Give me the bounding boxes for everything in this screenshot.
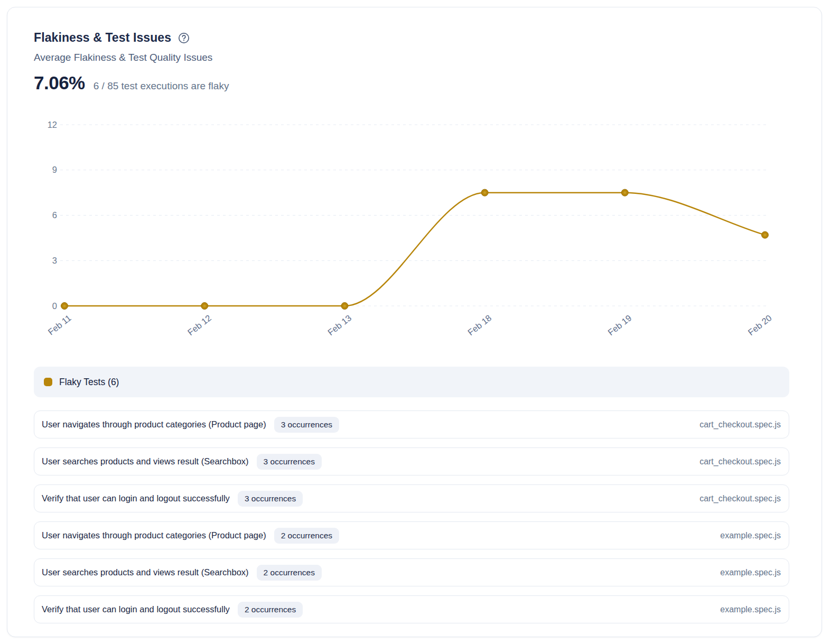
flakiness-card: Flakiness & Test Issues Average Flakines… (7, 7, 822, 637)
flaky-test-row[interactable]: User searches products and views result … (34, 447, 789, 475)
y-axis-tick-label: 0 (52, 301, 57, 311)
x-axis-tick-label: Feb 18 (466, 313, 493, 337)
x-axis-tick-label: Feb 19 (606, 313, 633, 337)
help-icon[interactable] (178, 32, 190, 44)
y-axis-tick-label: 9 (52, 165, 57, 174)
flaky-test-list: User navigates through product categorie… (34, 410, 789, 632)
data-point-center (63, 304, 66, 307)
card-subtitle: Average Flakiness & Test Quality Issues (34, 52, 229, 63)
y-axis-tick-label: 6 (52, 210, 57, 220)
x-axis-tick-label: Feb 13 (326, 313, 353, 337)
x-axis-tick-label: Feb 20 (746, 313, 773, 337)
flaky-test-row[interactable]: User navigates through product categorie… (34, 410, 789, 438)
occurrences-badge: 2 occurrences (238, 602, 303, 618)
test-name: User navigates through product categorie… (42, 419, 266, 430)
page-title: Flakiness & Test Issues (34, 31, 171, 45)
legend-bar[interactable]: Flaky Tests (6) (34, 367, 789, 397)
spec-file-name: cart_checkout.spec.js (699, 457, 781, 466)
flakiness-chart: 036912Feb 11Feb 12Feb 13Feb 18Feb 19Feb … (34, 108, 789, 356)
flaky-test-row[interactable]: Verify that user can login and logout su… (34, 484, 789, 512)
occurrences-badge: 2 occurrences (257, 565, 322, 581)
y-axis-tick-label: 3 (52, 256, 57, 265)
data-point-center (343, 304, 346, 307)
occurrences-badge: 2 occurrences (274, 528, 339, 544)
spec-file-name: cart_checkout.spec.js (699, 494, 781, 503)
x-axis-tick-label: Feb 11 (46, 313, 73, 337)
stat-caption: 6 / 85 test executions are flaky (94, 80, 229, 92)
card-header: Flakiness & Test Issues Average Flakines… (34, 31, 229, 94)
trend-line (64, 193, 765, 306)
spec-file-name: example.spec.js (720, 531, 781, 540)
data-point-center (763, 234, 766, 236)
y-axis-tick-label: 12 (48, 120, 57, 129)
legend-swatch-icon (44, 378, 52, 386)
flaky-test-row[interactable]: User searches products and views result … (34, 558, 789, 586)
test-name: User navigates through product categorie… (42, 530, 266, 540)
legend-label: Flaky Tests (6) (59, 377, 119, 388)
data-point-center (483, 191, 486, 194)
data-point-center (203, 304, 206, 307)
stat-value: 7.06% (34, 72, 85, 94)
occurrences-badge: 3 occurrences (238, 491, 303, 507)
spec-file-name: cart_checkout.spec.js (699, 420, 781, 430)
line-chart-svg: 036912Feb 11Feb 12Feb 13Feb 18Feb 19Feb … (34, 108, 789, 356)
flaky-test-row[interactable]: Verify that user can login and logout su… (34, 595, 789, 623)
spec-file-name: example.spec.js (720, 568, 781, 577)
test-name: Verify that user can login and logout su… (42, 604, 230, 614)
test-name: User searches products and views result … (42, 456, 249, 466)
flaky-test-row[interactable]: User navigates through product categorie… (34, 521, 789, 549)
data-point-center (623, 191, 626, 194)
occurrences-badge: 3 occurrences (257, 454, 322, 470)
x-axis-tick-label: Feb 12 (185, 313, 213, 337)
test-name: Verify that user can login and logout su… (42, 493, 230, 503)
occurrences-badge: 3 occurrences (274, 417, 339, 433)
test-name: User searches products and views result … (42, 567, 249, 577)
spec-file-name: example.spec.js (720, 605, 781, 614)
